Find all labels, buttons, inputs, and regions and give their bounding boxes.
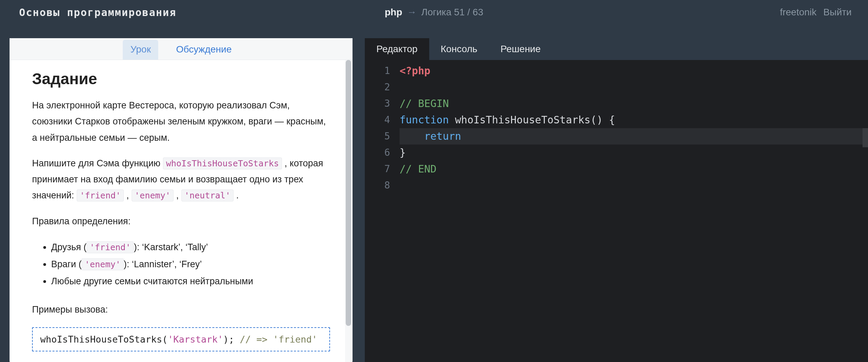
left-scrollbar-thumb[interactable] [346, 60, 351, 326]
rule1-a: Друзья ( [51, 242, 87, 252]
rule1-code: 'friend' [87, 241, 134, 253]
token-php-open: <?php [400, 65, 430, 77]
code-line-current[interactable]: return [400, 128, 868, 145]
line-number: 3 [365, 95, 400, 112]
breadcrumb: php → Логика 51 / 63 [385, 7, 483, 18]
rule2-code: 'enemy' [81, 258, 123, 270]
code-line[interactable] [400, 177, 868, 194]
assignment-p2: Напишите для Сэма функцию whoIsThisHouse… [32, 155, 330, 204]
lesson-panel: Урок Обсуждение Задание На электронной к… [10, 38, 353, 362]
p2-comma1: , [124, 190, 132, 200]
ex-arg: 'Karstark' [168, 334, 223, 345]
p2-dot: . [234, 190, 239, 200]
lesson-body: Задание На электронной карте Вестероса, … [10, 60, 353, 362]
username-link[interactable]: freetonik [780, 7, 817, 18]
token-comment: // BEGIN [400, 97, 449, 109]
line-number: 6 [365, 145, 400, 161]
line-number: 7 [365, 161, 400, 177]
breadcrumb-sep: / [467, 7, 470, 17]
code-fn-name: whoIsThisHouseToStarks [163, 157, 282, 169]
p2-text-a: Напишите для Сэма функцию [32, 158, 163, 168]
code-editor[interactable]: 1 2 3 4 5 6 7 8 <?php // BEGIN function … [365, 60, 868, 362]
ex-fn-close: ); [223, 334, 240, 345]
tab-discussion[interactable]: Обсуждение [168, 40, 239, 60]
examples-heading: Примеры вызова: [32, 302, 330, 318]
rules-heading: Правила определения: [32, 213, 330, 229]
breadcrumb-pos: 51 [454, 7, 465, 17]
editor-tabs: Редактор Консоль Решение [365, 38, 868, 60]
tab-editor[interactable]: Редактор [365, 38, 429, 60]
code-line[interactable]: // END [400, 161, 868, 177]
tab-lesson[interactable]: Урок [123, 40, 158, 60]
breadcrumb-total: 63 [473, 7, 483, 17]
rule2-a: Враги ( [51, 259, 81, 269]
token-punc: } [400, 147, 406, 159]
line-number: 5 [365, 128, 400, 145]
breadcrumb-section: Логика 51 / 63 [421, 7, 483, 18]
ex-fn-open: whoIsThisHouseToStarks( [40, 334, 168, 345]
example-codeblock: whoIsThisHouseToStarks('Karstark'); // =… [32, 327, 330, 351]
assignment-heading: Задание [32, 70, 330, 88]
rule-neutral: Любые другие семьи считаются нейтральным… [51, 273, 330, 290]
code-line[interactable]: // BEGIN [400, 95, 868, 112]
topbar: Основы программирования php → Логика 51 … [0, 0, 868, 25]
rule-enemies: Враги ('enemy'): ‘Lannister’, ‘Frey’ [51, 256, 330, 273]
token-comment: // END [400, 163, 436, 175]
code-line[interactable]: <?php [400, 63, 868, 79]
token-indent [400, 130, 424, 142]
left-scrollbar-track[interactable] [345, 60, 352, 362]
app-title: Основы программирования [19, 6, 176, 18]
rules-list: Друзья ('friend'): ‘Karstark’, ‘Tally’ В… [32, 239, 330, 290]
code-area[interactable]: <?php // BEGIN function whoIsThisHouseTo… [400, 60, 868, 362]
breadcrumb-section-name: Логика [421, 7, 451, 17]
token-keyword: return [424, 130, 461, 142]
code-neutral: 'neutral' [181, 190, 234, 201]
code-line[interactable]: function whoIsThisHouseToStarks() { [400, 112, 868, 128]
editor-minimap-mark [863, 128, 868, 147]
token-keyword: function [400, 114, 449, 126]
code-friend: 'friend' [77, 190, 124, 201]
token-punc: () { [590, 114, 615, 126]
rule-friends: Друзья ('friend'): ‘Karstark’, ‘Tally’ [51, 239, 330, 256]
line-number: 2 [365, 79, 400, 95]
arrow-right-icon: → [407, 7, 417, 18]
line-number: 4 [365, 112, 400, 128]
tab-console[interactable]: Консоль [429, 38, 489, 60]
rule1-b: ): ‘Karstark’, ‘Tally’ [134, 242, 208, 252]
user-box: freetonik Выйти [780, 7, 852, 18]
editor-gutter: 1 2 3 4 5 6 7 8 [365, 60, 400, 362]
split-panels: Урок Обсуждение Задание На электронной к… [10, 38, 868, 362]
editor-panel: Редактор Консоль Решение 1 2 3 4 5 6 7 8… [365, 38, 868, 362]
line-number: 1 [365, 63, 400, 79]
rule2-b: ): ‘Lannister’, ‘Frey’ [124, 259, 202, 269]
line-number: 8 [365, 177, 400, 194]
p2-comma2: , [174, 190, 181, 200]
assignment-p1: На электронной карте Вестероса, которую … [32, 97, 330, 146]
logout-link[interactable]: Выйти [823, 7, 852, 18]
token-function-name: whoIsThisHouseToStarks [449, 114, 590, 126]
code-line[interactable] [400, 79, 868, 95]
code-enemy: 'enemy' [132, 190, 174, 201]
tab-solution[interactable]: Решение [489, 38, 552, 60]
code-line[interactable]: } [400, 145, 868, 161]
ex-comment: // => 'friend' [240, 334, 317, 345]
breadcrumb-lang[interactable]: php [385, 7, 402, 18]
lesson-tabs: Урок Обсуждение [10, 38, 353, 60]
